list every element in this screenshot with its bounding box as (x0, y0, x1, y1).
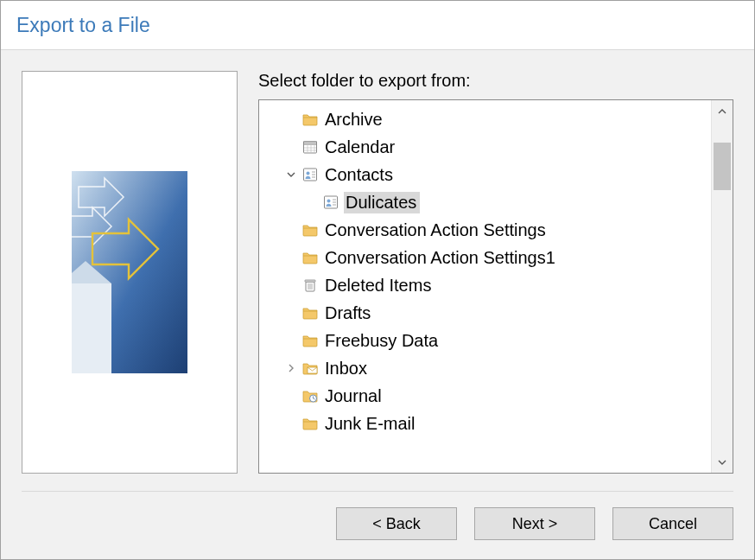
tree-item-label: Archive (323, 109, 386, 130)
tree-item-label: Conversation Action Settings1 (323, 247, 559, 269)
scroll-down-arrow[interactable] (712, 451, 733, 473)
tree-item[interactable]: Deleted Items (263, 271, 707, 299)
tree-item[interactable]: Archive (263, 105, 707, 133)
wizard-graphic (72, 171, 187, 373)
tree-item[interactable]: Inbox (263, 354, 707, 382)
tree-item[interactable]: Junk E-mail (263, 410, 707, 437)
scroll-track[interactable] (712, 122, 733, 451)
wizard-upper-area: Select folder to export from: ArchiveCal… (22, 71, 733, 474)
tree-item-label: Inbox (323, 358, 371, 379)
tree-item-label: Calendar (323, 137, 398, 158)
collapse-icon[interactable] (287, 170, 302, 179)
folder-icon (302, 111, 318, 127)
journal-icon (302, 388, 318, 404)
scrollbar[interactable] (711, 100, 733, 473)
svg-rect-22 (72, 283, 111, 373)
folder-tree-container: ArchiveCalendarContactsDulicatesConversa… (258, 99, 733, 474)
wizard-button-row: < Back Next > Cancel (22, 492, 733, 559)
contacts-icon (323, 194, 339, 210)
folder-icon (302, 250, 318, 265)
folder-select-area: Select folder to export from: ArchiveCal… (258, 71, 733, 474)
instruction-label: Select folder to export from: (258, 71, 733, 91)
tree-item[interactable]: Dulicates (263, 188, 707, 216)
inbox-icon (302, 360, 318, 376)
calendar-icon (302, 139, 318, 155)
folder-icon (302, 305, 318, 321)
tree-item-label: Conversation Action Settings (323, 220, 549, 241)
tree-item-label: Deleted Items (323, 275, 435, 296)
chevron-up-icon (718, 107, 726, 116)
scroll-thumb[interactable] (714, 143, 731, 190)
tree-item-label: Freebusy Data (323, 330, 441, 352)
tree-item-label: Drafts (323, 302, 374, 324)
folder-tree[interactable]: ArchiveCalendarContactsDulicatesConversa… (259, 100, 711, 473)
chevron-down-icon (718, 458, 726, 467)
tree-item[interactable]: Drafts (263, 299, 707, 327)
trash-icon (302, 277, 318, 293)
tree-item[interactable]: Freebusy Data (263, 327, 707, 354)
folder-icon (302, 222, 318, 238)
contacts-icon (302, 167, 318, 182)
tree-item-label: Dulicates (344, 192, 420, 213)
tree-item[interactable]: Calendar (263, 133, 707, 161)
export-wizard-window: Export to a File (0, 0, 755, 560)
tree-item[interactable]: Conversation Action Settings1 (263, 244, 707, 271)
tree-item[interactable]: Conversation Action Settings (263, 216, 707, 244)
folder-icon (302, 416, 318, 431)
tree-item[interactable]: Contacts (263, 161, 707, 188)
next-button[interactable]: Next > (474, 507, 595, 540)
tree-item-label: Contacts (323, 164, 397, 186)
window-title: Export to a File (1, 1, 754, 50)
tree-item-label: Journal (323, 385, 385, 407)
folder-icon (302, 333, 318, 348)
wizard-content: Select folder to export from: ArchiveCal… (1, 50, 754, 559)
back-button[interactable]: < Back (336, 507, 457, 540)
window-title-text: Export to a File (16, 14, 150, 37)
wizard-graphic-frame (22, 71, 238, 474)
tree-item-label: Junk E-mail (323, 413, 418, 435)
scroll-up-arrow[interactable] (712, 100, 733, 122)
tree-item[interactable]: Journal (263, 382, 707, 410)
cancel-button[interactable]: Cancel (612, 507, 733, 540)
expand-icon[interactable] (287, 364, 302, 372)
